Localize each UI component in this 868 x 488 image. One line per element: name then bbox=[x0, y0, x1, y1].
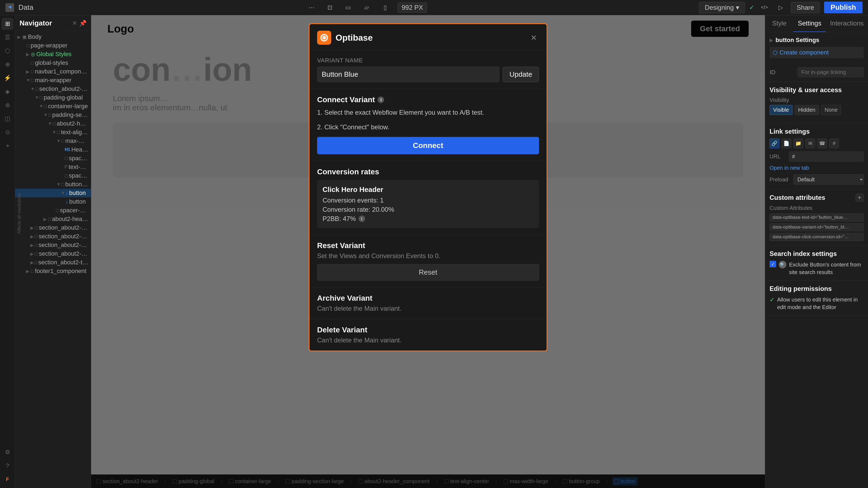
tree-item-main-wrapper[interactable]: ▼ □ main-wrapper bbox=[15, 76, 91, 85]
modal-close-button[interactable]: ✕ bbox=[528, 32, 539, 43]
link-hash-button[interactable]: # bbox=[829, 138, 839, 148]
mobile-icon[interactable]: ▯ bbox=[379, 2, 391, 13]
p2bb-info-icon[interactable]: ℹ bbox=[359, 216, 365, 222]
variant-name-section: Variant name Update bbox=[310, 51, 547, 89]
tree-item-text-size[interactable]: ▶ P text-size-… bbox=[15, 163, 91, 171]
preview-icon[interactable]: ▷ bbox=[775, 2, 786, 13]
tree-item-spacer1[interactable]: ▶ □ spacer-m bbox=[15, 154, 91, 163]
tree-item-navbar[interactable]: ▶ □ navbar1_component bbox=[15, 67, 91, 76]
tree-item-spacer2[interactable]: ▶ □ spacer-m bbox=[15, 171, 91, 180]
users-icon[interactable]: ⊙ bbox=[2, 126, 13, 138]
tree-item-section-vision[interactable]: ▶ □ section_about2-vision bbox=[15, 232, 91, 241]
tree-item-section-values[interactable]: ▶ □ section_about2-values bbox=[15, 241, 91, 250]
tree-item-about2-heac[interactable]: ▶ □ about2-heac… bbox=[15, 215, 91, 223]
custom-attr-2[interactable]: data-optibase-variant-id="button_bl… bbox=[770, 223, 864, 231]
tree-item-heading[interactable]: ▶ H1 Heading bbox=[15, 145, 91, 154]
custom-attr-1[interactable]: data-optibase-test-id="button_blue… bbox=[770, 214, 864, 222]
preload-select[interactable]: Default bbox=[794, 174, 864, 185]
tree-item-max-width[interactable]: ▼ □ max-width-… bbox=[15, 137, 91, 145]
project-name[interactable]: Data bbox=[19, 3, 33, 12]
link-phone-button[interactable]: ☎ bbox=[817, 138, 827, 148]
tree-item-about2-header[interactable]: ▼ □ about2-header… bbox=[15, 119, 91, 128]
pin-navigator-icon[interactable]: 📌 bbox=[79, 20, 87, 27]
pages-icon[interactable]: ☰ bbox=[2, 31, 13, 43]
connect-button[interactable]: Connect bbox=[317, 137, 539, 154]
reset-variant-section: Reset Variant Set the Views and Conversi… bbox=[310, 235, 547, 287]
seo-icon[interactable]: ⌖ bbox=[2, 140, 13, 152]
tree-item-text-align[interactable]: ▼ □ text-align-ce… bbox=[15, 128, 91, 137]
variant-name-input[interactable] bbox=[317, 67, 499, 82]
tree-arrow: ▼ bbox=[52, 130, 56, 135]
tree-item-section-testimo[interactable]: ▶ □ section_about2-testimo… bbox=[15, 258, 91, 267]
custom-attr-3[interactable]: data-optibase-click-conversion-id="… bbox=[770, 233, 864, 241]
info-icon[interactable]: ℹ bbox=[378, 97, 384, 103]
logic-icon[interactable]: ◈ bbox=[2, 86, 13, 98]
none-button[interactable]: None bbox=[821, 105, 841, 115]
tree-item-label: navbar1_component bbox=[35, 68, 89, 75]
p2bb-text: P2BB: 47% bbox=[322, 215, 356, 223]
add-attribute-button[interactable]: + bbox=[856, 194, 864, 202]
cms-icon[interactable]: ⊛ bbox=[2, 99, 13, 111]
visibility-controls: Visibility Visible Hidden None bbox=[770, 97, 864, 115]
link-email-button[interactable]: ✉ bbox=[805, 138, 815, 148]
delete-variant-desc: Can't delete the Main variant. bbox=[317, 336, 539, 344]
share-button[interactable]: Share bbox=[791, 2, 820, 13]
tree-item-button-2[interactable]: ▶ ↓ button bbox=[15, 197, 91, 206]
tree-item-button-group[interactable]: ▼ □ button-g… bbox=[15, 180, 91, 189]
tree-item-label: section_about2-team bbox=[39, 250, 89, 257]
tree-item-container-large[interactable]: ▼ □ container-large bbox=[15, 102, 91, 110]
tree-item-section-about2-header[interactable]: ▼ □ section_about2-header bbox=[15, 85, 91, 93]
assets-icon[interactable]: ⊕ bbox=[2, 59, 13, 70]
help-icon[interactable]: ? bbox=[2, 460, 13, 472]
tree-item-button-1[interactable]: ▼ ↓ button bbox=[15, 189, 91, 197]
tree-item-global-styles-div[interactable]: ▶ □ global-styles bbox=[15, 59, 91, 67]
link-page-button[interactable]: 📄 bbox=[781, 138, 791, 148]
tree-item-padding-global[interactable]: ▼ □ padding-global bbox=[15, 93, 91, 102]
settings-icon[interactable]: ⚙ bbox=[2, 446, 13, 458]
link-url-button[interactable]: 🔗 bbox=[770, 138, 779, 148]
url-input[interactable] bbox=[789, 152, 864, 162]
tab-interactions[interactable]: Interactions bbox=[826, 15, 868, 32]
chevron-down-icon: ▾ bbox=[736, 4, 739, 11]
navigator-panel: Navigator ✕ 📌 Affects all resolutions ▶ … bbox=[15, 15, 91, 488]
code-view-icon[interactable]: </> bbox=[758, 2, 770, 13]
navigator-icon[interactable]: ⊞ bbox=[2, 18, 13, 30]
ecommerce-icon[interactable]: ◫ bbox=[2, 113, 13, 125]
tree-item-section-story[interactable]: ▶ □ section_about2-story bbox=[15, 223, 91, 232]
tab-settings[interactable]: Settings bbox=[794, 15, 826, 32]
publish-button[interactable]: Publish bbox=[824, 2, 863, 13]
reset-button[interactable]: Reset bbox=[317, 264, 539, 281]
tablet-icon[interactable]: ▱ bbox=[361, 2, 373, 13]
tree-item-spacer-xxl[interactable]: ▶ □ spacer-xxlan… bbox=[15, 206, 91, 215]
conversion-rate-stat: Conversion rate: 20.00% bbox=[322, 206, 533, 214]
plugin-icon[interactable]: F bbox=[2, 474, 13, 485]
link-section-button[interactable]: 📁 bbox=[794, 138, 803, 148]
div-icon: □ bbox=[61, 138, 64, 144]
tree-item-global-styles[interactable]: ▶ ◎ Global Styles bbox=[15, 50, 91, 59]
designing-mode-button[interactable]: Designing ▾ bbox=[699, 2, 745, 13]
heading-icon: H1 bbox=[65, 147, 70, 152]
create-component-button[interactable]: ⬡ Create component bbox=[770, 47, 864, 58]
components-icon[interactable]: ⬡ bbox=[2, 45, 13, 57]
desktop-icon[interactable]: ▭ bbox=[342, 2, 354, 13]
update-button[interactable]: Update bbox=[503, 67, 539, 82]
tree-item-page-wrapper[interactable]: ▶ □ page-wrapper bbox=[15, 41, 91, 50]
more-options-icon[interactable]: ⋯ bbox=[305, 2, 317, 13]
close-navigator-icon[interactable]: ✕ bbox=[72, 20, 77, 27]
tree-item-footer[interactable]: ▶ □ footer1_component bbox=[15, 267, 91, 275]
fullscreen-icon[interactable]: ⊡ bbox=[324, 2, 336, 13]
tree-item-body[interactable]: ▶ ▣ Body bbox=[15, 33, 91, 41]
hidden-button[interactable]: Hidden bbox=[795, 105, 819, 115]
visible-button[interactable]: Visible bbox=[770, 105, 793, 115]
checkmark-icon: ✓ bbox=[749, 4, 754, 11]
tree-item-label: button bbox=[69, 190, 86, 197]
open-new-tab-option[interactable]: Open in new tab bbox=[770, 164, 864, 172]
webflow-logo[interactable] bbox=[5, 3, 14, 12]
tab-style[interactable]: Style bbox=[765, 15, 794, 32]
interactions-icon[interactable]: ⚡ bbox=[2, 72, 13, 84]
search-exclude-checkbox[interactable]: ✓ bbox=[770, 261, 776, 267]
tree-item-section-team[interactable]: ▶ □ section_about2-team bbox=[15, 250, 91, 258]
canvas-dimension[interactable]: 992 PX bbox=[398, 2, 427, 13]
id-input[interactable] bbox=[798, 67, 864, 77]
tree-item-padding-section[interactable]: ▼ □ padding-section-… bbox=[15, 110, 91, 119]
